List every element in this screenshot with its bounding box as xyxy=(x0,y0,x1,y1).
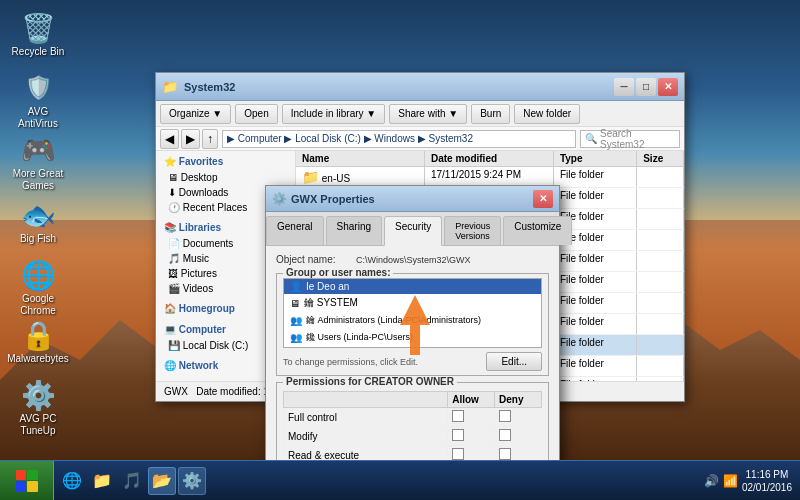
favorites-header: ⭐ Favorites xyxy=(156,153,295,170)
permissions-title: Permissions for CREATOR OWNER xyxy=(283,376,457,387)
malwarebytes-icon: 🔒 xyxy=(22,319,54,351)
object-name-value: C:\Windows\System32\GWX xyxy=(356,255,471,265)
change-permissions-text: To change permissions, click Edit. xyxy=(283,357,418,367)
user-list-item[interactable]: 👤 Ie Deo an xyxy=(284,279,541,294)
explorer-toolbar: Organize ▼ Open Include in library ▼ Sha… xyxy=(156,101,684,127)
user-icon-2: 🖥 xyxy=(290,298,300,309)
file-list-header: Name Date modified Type Size xyxy=(296,151,684,167)
desktop-icon-avg[interactable]: 🛡️ AVG AntiVirus xyxy=(6,68,70,134)
user-icon-1: 👤 xyxy=(290,281,302,292)
games-icon: 🎮 xyxy=(22,134,54,166)
taskbar-icon-media[interactable]: 🎵 xyxy=(118,467,146,495)
taskbar-right: 🔊 📶 11:16 PM 02/01/2016 xyxy=(696,468,800,494)
tab-previous-versions[interactable]: Previous Versions xyxy=(444,216,501,245)
desktop-icon-avg-tuneup[interactable]: ⚙️ AVG PC TuneUp xyxy=(6,375,70,441)
user-name-4: 鑱 Users (Linda-PC\Users) xyxy=(306,331,413,344)
dialog-titlebar[interactable]: ⚙️ GWX Properties ✕ xyxy=(266,186,559,212)
avg-tuneup-label: AVG PC TuneUp xyxy=(10,413,66,437)
dialog-close-button[interactable]: ✕ xyxy=(533,190,553,208)
perm-name: Full control xyxy=(284,408,448,427)
group-users-box: Group or user names: 👤 Ie Deo an 🖥 鑰 SYS… xyxy=(276,273,549,376)
user-icon-4: 👥 xyxy=(290,332,302,343)
forward-button[interactable]: ▶ xyxy=(181,129,200,149)
date-column-header: Date modified xyxy=(425,151,554,166)
sidebar-item-desktop[interactable]: 🖥 Desktop xyxy=(156,170,295,185)
type-column-header: Type xyxy=(554,151,637,166)
edit-button[interactable]: Edit... xyxy=(486,352,542,371)
user-list-item[interactable]: 🖥 鑰 SYSTEM xyxy=(284,294,541,312)
recycle-bin-icon: 🗑️ xyxy=(22,12,54,44)
windows-logo xyxy=(13,467,41,495)
avg-label: AVG AntiVirus xyxy=(10,106,66,130)
start-button[interactable] xyxy=(0,461,54,501)
tab-customize[interactable]: Customize xyxy=(503,216,572,245)
organize-button[interactable]: Organize ▼ xyxy=(160,104,231,124)
tab-security[interactable]: Security xyxy=(384,216,442,246)
allow-header: Allow xyxy=(448,392,495,408)
deny-header: Deny xyxy=(495,392,542,408)
desktop: 🗑️ Recycle Bin 🛡️ AVG AntiVirus 🎮 More G… xyxy=(0,0,800,500)
object-name-row: Object name: C:\Windows\System32\GWX xyxy=(276,254,549,265)
tab-general[interactable]: General xyxy=(266,216,324,245)
name-column-header: Name xyxy=(296,151,425,166)
desktop-icon-bigfish[interactable]: 🐟 Big Fish xyxy=(6,195,70,249)
back-button[interactable]: ◀ xyxy=(160,129,179,149)
user-icon-3: 👥 xyxy=(290,315,302,326)
speaker-icon[interactable]: 🔊 xyxy=(704,474,719,488)
user-name-2: 鑰 SYSTEM xyxy=(304,296,358,310)
edit-row: To change permissions, click Edit. Edit.… xyxy=(283,352,542,371)
perm-deny-check[interactable] xyxy=(495,427,542,446)
perm-row: Modify xyxy=(284,427,542,446)
bigfish-label: Big Fish xyxy=(20,233,56,245)
include-in-library-button[interactable]: Include in library ▼ xyxy=(282,104,386,124)
search-box[interactable]: 🔍 Search System32 xyxy=(580,130,680,148)
perm-deny-check[interactable] xyxy=(495,408,542,427)
dialog-tabs: General Sharing Security Previous Versio… xyxy=(266,212,559,246)
avg-icon: 🛡️ xyxy=(22,72,54,104)
taskbar-icon-ie[interactable]: 🌐 xyxy=(58,467,86,495)
perm-allow-check[interactable] xyxy=(448,408,495,427)
chrome-label: Google Chrome xyxy=(10,293,66,317)
explorer-titlebar[interactable]: 📁 System32 ─ □ ✕ xyxy=(156,73,684,101)
bigfish-icon: 🐟 xyxy=(22,199,54,231)
perm-allow-check[interactable] xyxy=(448,427,495,446)
clock[interactable]: 11:16 PM 02/01/2016 xyxy=(742,468,792,494)
tab-sharing[interactable]: Sharing xyxy=(326,216,382,245)
size-column-header: Size xyxy=(637,151,684,166)
dialog-window-controls: ✕ xyxy=(533,190,553,208)
desktop-icon-games[interactable]: 🎮 More Great Games xyxy=(6,130,70,196)
taskbar-icon-folder[interactable]: 📁 xyxy=(88,467,116,495)
taskbar-icon-explorer-active[interactable]: 📂 xyxy=(148,467,176,495)
desktop-icon-malwarebytes[interactable]: 🔒 Malwarebytes xyxy=(6,315,70,369)
desktop-icon-chrome[interactable]: 🌐 Google Chrome xyxy=(6,255,70,321)
taskbar-icon-dialog[interactable]: ⚙️ xyxy=(178,467,206,495)
address-path[interactable]: ▶ Computer ▶ Local Disk (C:) ▶ Windows ▶… xyxy=(222,130,576,148)
taskbar-icons: 🌐 📁 🎵 📂 ⚙️ xyxy=(54,467,696,495)
maximize-button[interactable]: □ xyxy=(636,78,656,96)
user-list-item[interactable]: 👥 鑱 Users (Linda-PC\Users) xyxy=(284,329,541,346)
desktop-icon-recycle-bin[interactable]: 🗑️ Recycle Bin xyxy=(6,8,70,62)
share-with-button[interactable]: Share with ▼ xyxy=(389,104,467,124)
address-bar: ◀ ▶ ↑ ▶ Computer ▶ Local Disk (C:) ▶ Win… xyxy=(156,127,684,151)
recycle-bin-label: Recycle Bin xyxy=(12,46,65,58)
user-name-1: Ie Deo an xyxy=(306,281,349,292)
perm-name: Modify xyxy=(284,427,448,446)
avg-tuneup-icon: ⚙️ xyxy=(22,379,54,411)
perm-name-header xyxy=(284,392,448,408)
open-button[interactable]: Open xyxy=(235,104,277,124)
chrome-icon: 🌐 xyxy=(22,259,54,291)
user-list[interactable]: 👤 Ie Deo an 🖥 鑰 SYSTEM 👥 鑰 Administrator… xyxy=(283,278,542,348)
gwx-properties-dialog: ⚙️ GWX Properties ✕ General Sharing Secu… xyxy=(265,185,560,500)
perm-row: Full control xyxy=(284,408,542,427)
explorer-window-controls: ─ □ ✕ xyxy=(614,78,678,96)
user-list-item[interactable]: 👥 鑰 Administrators (Linda-PC\Administrat… xyxy=(284,312,541,329)
user-name-3: 鑰 Administrators (Linda-PC\Administrator… xyxy=(306,314,481,327)
close-button[interactable]: ✕ xyxy=(658,78,678,96)
dialog-title: GWX Properties xyxy=(291,193,533,205)
new-folder-button[interactable]: New folder xyxy=(514,104,580,124)
minimize-button[interactable]: ─ xyxy=(614,78,634,96)
burn-button[interactable]: Burn xyxy=(471,104,510,124)
up-button[interactable]: ↑ xyxy=(202,129,218,149)
taskbar: 🌐 📁 🎵 📂 ⚙️ 🔊 📶 11:16 PM 02/01/2016 xyxy=(0,460,800,500)
network-icon[interactable]: 📶 xyxy=(723,474,738,488)
